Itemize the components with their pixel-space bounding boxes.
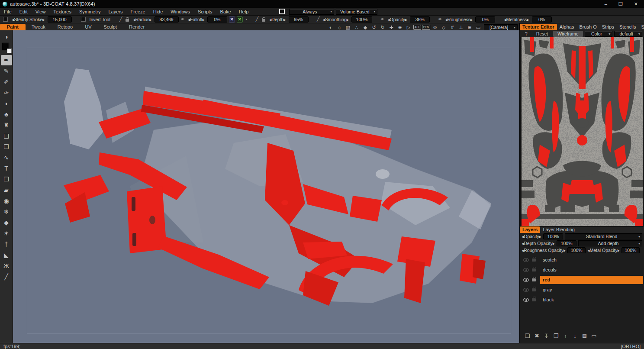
zoom-icon[interactable]: ⊕ <box>396 24 404 30</box>
depth-value[interactable]: 95% <box>289 16 309 23</box>
disable-icon[interactable]: ⊘ <box>431 24 439 30</box>
opacity-brush-icon[interactable]: ✒ <box>380 16 385 22</box>
lasso-tool-icon[interactable]: ❑ <box>1 131 12 141</box>
radius-lock-icon[interactable] <box>126 19 129 22</box>
layer-opacity-label[interactable]: ◂Opacity▸ <box>522 234 541 239</box>
metalness-label[interactable]: ◂Metalness▸ <box>503 17 530 22</box>
lock-icon[interactable] <box>532 278 536 281</box>
blend-mode-dropdown[interactable]: Standard Blend ▾ <box>565 233 642 239</box>
depth-lock-icon[interactable] <box>262 19 265 22</box>
pan-icon[interactable]: ✚ <box>387 24 395 30</box>
tab-tweak[interactable]: Tweak <box>26 24 52 30</box>
smoothing-pen-icon[interactable]: ╱ <box>316 16 320 22</box>
menu-bake[interactable]: Bake <box>216 8 235 15</box>
steady-stroke-value[interactable]: 15,000 <box>48 16 72 23</box>
metal-opacity-label[interactable]: ◂Metal Opacity▸ <box>587 248 620 253</box>
help-button[interactable]: ? <box>522 31 531 36</box>
depth-label[interactable]: ◂Depth▸ <box>268 17 287 22</box>
image-page-tool-icon[interactable]: ❒ <box>1 174 12 184</box>
viewport-3d-canvas[interactable] <box>13 30 519 343</box>
ruler-tool-icon[interactable]: ╱ <box>1 271 12 282</box>
expand-icon[interactable]: ⊞ <box>466 24 473 30</box>
layer-row-red[interactable]: red <box>520 275 644 285</box>
spray-tool-icon[interactable]: ♣ <box>1 109 12 120</box>
camera-dropdown[interactable]: [Camera] ▾ <box>484 24 518 30</box>
roughness-value[interactable]: 0% <box>475 16 495 23</box>
grid-icon[interactable]: # <box>448 24 456 30</box>
visibility-eye-icon[interactable] <box>523 278 529 282</box>
rotate-ccw-icon[interactable]: ↺ <box>370 24 378 30</box>
tab-sculpt[interactable]: Sculpt <box>97 24 123 30</box>
new-layer-icon[interactable]: ❏ <box>524 333 531 339</box>
falloff-sphere-icon[interactable]: ◔ <box>245 17 248 22</box>
falloff-value[interactable]: 0% <box>207 16 227 23</box>
smoothing-value[interactable]: 100% <box>351 16 372 23</box>
menu-windows[interactable]: Windows <box>167 8 194 15</box>
menu-hide[interactable]: Hide <box>149 8 167 15</box>
global-checkbox[interactable] <box>279 9 285 14</box>
visibility-eye-icon[interactable] <box>523 268 529 272</box>
close-button[interactable]: ✕ <box>634 1 638 7</box>
light-icon[interactable]: ☼ <box>335 24 343 30</box>
menu-scripts[interactable]: Scripts <box>194 8 216 15</box>
radius-value[interactable]: 83,469 <box>155 16 179 23</box>
visibility-eye-icon[interactable] <box>523 298 529 302</box>
airbrush-tool-icon[interactable]: ✐ <box>1 77 12 87</box>
lock-icon[interactable] <box>532 288 536 291</box>
move-down-icon[interactable]: ↓ <box>572 333 578 339</box>
art-brush-tool-icon[interactable]: ✑ <box>1 87 12 98</box>
steady-stroke-checkbox[interactable] <box>3 17 8 22</box>
layer-row-decals[interactable]: decals <box>520 265 644 275</box>
radius-label[interactable]: ◂Radius▸ <box>132 17 152 22</box>
color-wheel-icon[interactable]: ◑ <box>1 32 12 42</box>
uv-texture-canvas[interactable] <box>520 37 644 226</box>
symmetry-tool-icon[interactable]: Ж <box>1 261 12 271</box>
layer-folder-icon[interactable]: ▭ <box>591 333 597 339</box>
steady-stroke-label[interactable]: ◂Steady Stroke▸ <box>11 17 46 22</box>
pencil-tool-icon[interactable]: ✎ <box>1 66 12 76</box>
cube-icon[interactable]: ◇ <box>440 24 448 30</box>
falloff-label[interactable]: ◂Falloff▸ <box>187 17 206 22</box>
knife-tool-icon[interactable]: † <box>1 239 12 249</box>
invert-tool-checkbox[interactable] <box>81 17 86 22</box>
roughness-label[interactable]: ◂Roughness▸ <box>444 17 474 22</box>
always-dropdown[interactable]: Always ▾ <box>289 9 334 15</box>
smudge-tool-icon[interactable]: ◗ <box>1 98 12 109</box>
fill-tool-icon[interactable]: ◆ <box>1 217 12 228</box>
volume-based-dropdown[interactable]: Volume Based ▾ <box>336 9 377 15</box>
tab-uv[interactable]: UV <box>79 24 97 30</box>
eye-tool-icon[interactable]: ◉ <box>1 196 12 206</box>
tab-texture-editor[interactable]: Texture Editor <box>520 24 557 30</box>
visibility-eye-icon[interactable] <box>523 288 529 292</box>
menu-symmetry[interactable]: Symmetry <box>75 8 105 15</box>
tab-brush-options[interactable]: Brush O <box>576 24 599 30</box>
wireframe-button[interactable]: Wireframe <box>553 31 583 37</box>
lock-icon[interactable] <box>532 298 536 301</box>
falloff-curve-x2-icon[interactable]: ✕ <box>237 16 243 23</box>
clear-layer-icon[interactable]: ⊠ <box>581 333 588 339</box>
depth-blend-dropdown[interactable]: Add depth ▾ <box>578 240 642 246</box>
menu-layers[interactable]: Layers <box>104 8 126 15</box>
menu-freeze[interactable]: Freeze <box>126 8 149 15</box>
tab-strips[interactable]: Strips <box>599 24 617 30</box>
background-image-icon[interactable]: ▧ <box>344 24 352 30</box>
brush-tool-icon[interactable]: ✒ <box>1 55 12 65</box>
metalness-value[interactable]: 0% <box>532 16 552 23</box>
depth-opacity-value[interactable]: 100% <box>557 240 576 246</box>
layer-opacity-value[interactable]: 100% <box>543 233 563 239</box>
axis-icon[interactable]: ⊥ <box>457 24 465 30</box>
tab-alphas[interactable]: Alphas <box>557 24 577 30</box>
menu-view[interactable]: View <box>32 8 50 15</box>
samples-icon[interactable]: ∴ <box>353 24 361 30</box>
depth-pen-icon[interactable]: ╱ <box>255 16 259 22</box>
viewbox-icon[interactable]: ▭ <box>474 24 482 30</box>
brush-preview-icon[interactable]: ✒ <box>180 16 185 22</box>
menu-file[interactable]: File <box>0 8 16 15</box>
metal-opacity-value[interactable]: 100% <box>621 247 640 253</box>
rotate-cw-icon[interactable]: ↻ <box>379 24 386 30</box>
opacity-label[interactable]: ◂Opacity▸ <box>386 17 408 22</box>
roughness-brush-icon[interactable]: ✒ <box>438 16 442 22</box>
spline-tool-icon[interactable]: ∿ <box>1 152 12 163</box>
freeze-tool-icon[interactable]: ❄ <box>1 207 12 217</box>
frame-pen-icon[interactable]: PEN <box>422 25 430 30</box>
